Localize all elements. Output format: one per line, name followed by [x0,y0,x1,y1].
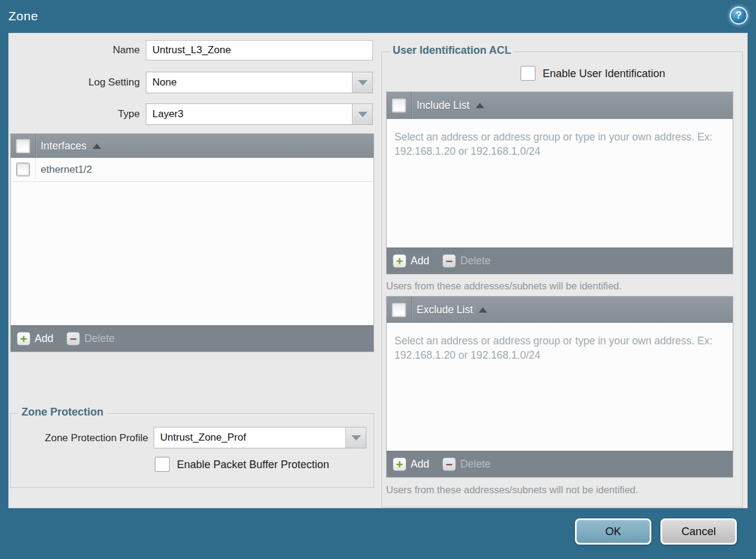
interfaces-select-all-cell [11,134,36,158]
enable-user-identification-checkbox[interactable] [521,66,535,81]
delete-label: Delete [84,332,115,345]
table-row[interactable]: ethernet1/2 [11,158,374,182]
type-label: Type [9,108,140,120]
include-list-footer: + Add − Delete [387,248,733,274]
interfaces-table-footer: + Add − Delete [11,325,374,352]
add-button[interactable]: + Add [393,457,429,471]
interfaces-table-header[interactable]: Interfaces [11,134,374,158]
delete-label: Delete [460,458,491,471]
name-input[interactable] [146,40,373,60]
interfaces-select-all-checkbox[interactable] [16,139,30,154]
interface-name: ethernet1/2 [41,164,92,176]
exclude-select-all-checkbox[interactable] [391,303,406,317]
add-icon: + [393,254,406,268]
include-list-body[interactable]: Select an address or address group or ty… [387,119,733,248]
delete-icon: − [442,457,456,471]
name-label: Name [9,44,140,56]
exclude-list-placeholder: Select an address or address group or ty… [394,334,721,362]
zone-protection-profile-label: Zone Protection Profile [9,432,148,444]
delete-button[interactable]: − Delete [442,457,491,471]
log-setting-value: None [152,72,348,93]
type-dropdown-button[interactable] [352,104,372,124]
sort-ascending-icon[interactable] [476,103,484,108]
add-label: Add [411,458,429,471]
zone-protection-profile-value: Untrust_Zone_Prof [160,427,342,448]
help-icon[interactable]: ? [730,7,748,25]
zone-protection-profile-dropdown[interactable]: Untrust_Zone_Prof [154,427,366,448]
chevron-down-icon [358,112,368,117]
sort-ascending-icon[interactable] [479,307,487,313]
exclude-select-all-cell [387,297,412,323]
chevron-down-icon [358,80,368,85]
include-list-placeholder: Select an address or address group or ty… [394,130,721,158]
include-list-caption: Users from these addresses/subnets will … [386,280,622,292]
exclude-list-body[interactable]: Select an address or address group or ty… [387,323,733,451]
log-setting-dropdown[interactable]: None [146,72,373,93]
dialog-titlebar: Zone ? [0,0,756,33]
add-label: Add [35,332,53,345]
include-select-all-checkbox[interactable] [391,98,406,113]
delete-icon: − [66,332,80,346]
user-identification-acl-legend: User Identification ACL [389,44,515,57]
interfaces-table-body: ethernet1/2 [11,158,374,325]
delete-button[interactable]: − Delete [442,254,491,268]
delete-icon: − [442,254,456,268]
row-checkbox-cell [11,158,36,181]
add-icon: + [393,457,406,471]
add-icon: + [17,332,30,346]
ok-button[interactable]: OK [575,518,651,545]
interfaces-column-header[interactable]: Interfaces [41,140,87,152]
exclude-list-column-header[interactable]: Exclude List [417,304,473,316]
add-button[interactable]: + Add [393,254,429,268]
chevron-down-icon [351,435,361,441]
log-setting-dropdown-button[interactable] [352,72,372,93]
sort-ascending-icon[interactable] [93,143,101,149]
include-select-all-cell [387,92,412,119]
enable-user-identification-label: Enable User Identification [543,68,665,80]
row-checkbox[interactable] [16,163,30,176]
type-value: Layer3 [152,104,348,124]
exclude-list-footer: + Add − Delete [387,451,733,477]
type-dropdown[interactable]: Layer3 [146,103,373,125]
delete-button[interactable]: − Delete [66,332,115,346]
add-button[interactable]: + Add [17,332,53,346]
include-list-column-header[interactable]: Include List [417,99,470,112]
exclude-list-header[interactable]: Exclude List [387,297,733,323]
include-list-table: Include List Select an address or addres… [386,91,733,274]
zone-protection-profile-dropdown-button[interactable] [345,427,366,448]
dialog-body: Name Log Setting None Type Layer3 Interf… [8,33,748,508]
include-list-header[interactable]: Include List [387,92,733,119]
exclude-list-caption: Users from these addresses/subnets will … [386,484,638,496]
zone-protection-section: Zone Protection [10,413,374,488]
packet-buffer-protection-label: Enable Packet Buffer Protection [177,459,329,471]
log-setting-label: Log Setting [9,77,140,88]
exclude-list-table: Exclude List Select an address or addres… [386,296,733,478]
packet-buffer-protection-checkbox[interactable] [155,457,170,472]
cancel-button[interactable]: Cancel [660,518,737,545]
zone-protection-legend: Zone Protection [18,406,107,419]
dialog-title: Zone [8,9,38,23]
delete-label: Delete [460,255,491,267]
add-label: Add [411,255,429,267]
interfaces-table: Interfaces ethernet1/2 + Add − Delete [10,133,374,352]
